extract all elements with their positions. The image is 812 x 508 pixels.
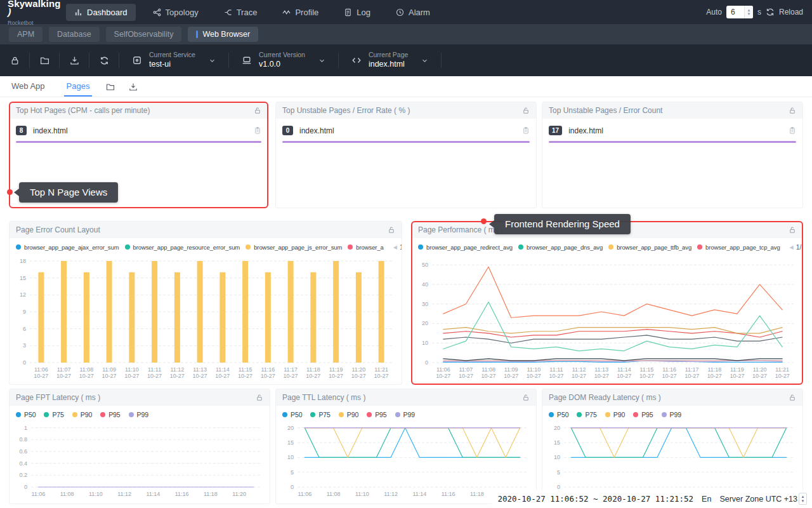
nav-label: Topology [166,8,199,17]
legend-item[interactable]: browser_app_page_redirect_avg [418,244,513,251]
download-icon [70,56,79,65]
reload-icon[interactable] [766,8,775,17]
legend-item[interactable]: P90 [339,411,358,418]
reload-button[interactable]: Reload [779,8,803,17]
svg-text:10-27: 10-27 [730,373,744,379]
svg-text:10-27: 10-27 [504,373,518,379]
svg-text:9: 9 [23,309,26,315]
legend-item[interactable]: P95 [100,411,120,418]
current-service-selector[interactable]: Current Service test-ui [119,44,228,76]
svg-text:11:13: 11:13 [594,366,608,373]
page-performance-chart: 0102030405011:0610-2711:0710-2711:0810-2… [413,253,801,383]
time-range-picker[interactable]: 2020-10-27 11:06:52 ~ 2020-10-27 11:21:5… [498,494,694,504]
lock-button[interactable] [0,44,29,76]
topology-icon [153,8,161,17]
legend-dot [697,244,702,250]
unlock-icon[interactable] [254,107,261,114]
legend-item[interactable]: P50 [282,411,302,418]
auto-interval-input[interactable] [726,8,742,17]
legend-item[interactable]: P75 [310,411,330,418]
nav-item-profile[interactable]: Profile [274,4,327,21]
legend-dot [246,244,251,250]
folder-icon[interactable] [106,83,115,91]
top-nav: Skywalking) Rocketbot Dashboard Topology… [0,0,812,24]
nav-item-dashboard[interactable]: Dashboard [66,4,136,21]
legend-item[interactable]: browser_app_page_js_error_sum [246,244,342,251]
nav-item-alarm[interactable]: Alarm [388,4,438,21]
nav-item-trace[interactable]: Trace [216,4,266,21]
legend-item[interactable]: P95 [633,411,653,418]
unlock-icon[interactable] [522,107,530,114]
pager-prev-icon[interactable]: ◀ [393,244,397,250]
interval-stepper[interactable]: ▲▼ [744,6,753,18]
svg-text:10-27: 10-27 [436,373,450,379]
logo-text: Skywalking [8,0,61,9]
svg-text:11:14: 11:14 [146,491,160,497]
download-icon[interactable] [129,83,138,91]
legend-item[interactable]: browser_app_page_resource_error_sum [125,244,240,251]
svg-text:10-27: 10-27 [306,373,320,379]
legend-dot [310,412,315,417]
current-page-selector[interactable]: Current Page index.html [339,44,441,76]
legend-item[interactable]: P50 [16,411,36,418]
unlock-icon[interactable] [789,107,796,114]
legend-item[interactable]: browser_app_page_dns_avg [518,244,603,251]
import-template-button[interactable] [30,44,59,76]
nav-item-topology[interactable]: Topology [145,4,207,21]
legend-item[interactable]: P90 [72,411,92,418]
legend-item[interactable]: P99 [129,411,148,418]
legend-dot [518,244,523,250]
legend-dot [367,412,372,417]
pager-prev-icon[interactable]: ◀ [790,244,794,250]
page-name: index.html [33,126,254,135]
legend-item[interactable]: browser_app_page_ajax_error_sum [16,244,119,251]
legend-item[interactable]: browser_app_page_ttfb_avg [608,244,691,251]
legend-item[interactable]: browser_a [348,244,383,251]
legend-label: P75 [318,411,330,418]
legend-item[interactable]: P90 [605,411,625,418]
zone-stepper[interactable]: ▲▼ [799,493,807,505]
legend-dot [662,412,667,417]
clipboard-icon[interactable] [254,126,261,135]
auto-unit: s [757,8,761,17]
export-template-button[interactable] [60,44,89,76]
legend-item[interactable]: P99 [395,411,415,418]
legend-label: P50 [291,411,302,418]
folder-icon [40,56,49,65]
svg-text:40: 40 [422,281,428,288]
svg-text:11:11: 11:11 [549,366,563,373]
legend-label: browser_app_page_js_error_sum [254,244,342,251]
app-logo[interactable]: Skywalking) Rocketbot [0,0,61,26]
legend-item[interactable]: browser_app_page_tcp_avg [697,244,780,251]
svg-text:11:21: 11:21 [374,366,388,373]
nav-item-log[interactable]: Log [336,4,379,21]
nav-label: Alarm [409,8,430,17]
tab-pages[interactable]: Pages [64,81,93,97]
legend-item[interactable]: P75 [44,411,63,418]
legend-item[interactable]: P50 [549,411,568,418]
clipboard-icon[interactable] [789,126,796,135]
group-tab-selfobservability[interactable]: SelfObservability [106,27,182,42]
group-tab-apm[interactable]: APM [9,27,43,42]
chevron-down-icon [209,57,216,64]
language-toggle[interactable]: En [702,495,711,504]
group-tab-database[interactable]: Database [49,27,100,42]
current-version-selector[interactable]: Current Version v1.0.0 [229,44,338,76]
svg-text:11:21: 11:21 [775,366,789,373]
page-tab-bar: Web App Pages [0,76,812,97]
clipboard-icon[interactable] [522,126,530,135]
legend-dot [16,412,21,417]
legend-item[interactable]: P95 [367,411,386,418]
unlock-icon[interactable] [789,226,796,234]
unlock-icon[interactable] [256,394,263,401]
tab-web-app[interactable]: Web App [9,81,48,97]
unlock-icon[interactable] [789,394,796,401]
unlock-icon[interactable] [522,394,530,401]
group-tab-web-browser[interactable]: Web Browser [188,27,258,42]
legend-item[interactable]: P99 [662,411,681,418]
legend-label: P50 [557,411,568,418]
legend-item[interactable]: P75 [577,411,596,418]
unlock-icon[interactable] [388,226,395,234]
chevron-down-icon [421,57,428,64]
refresh-templates-button[interactable] [89,44,119,76]
